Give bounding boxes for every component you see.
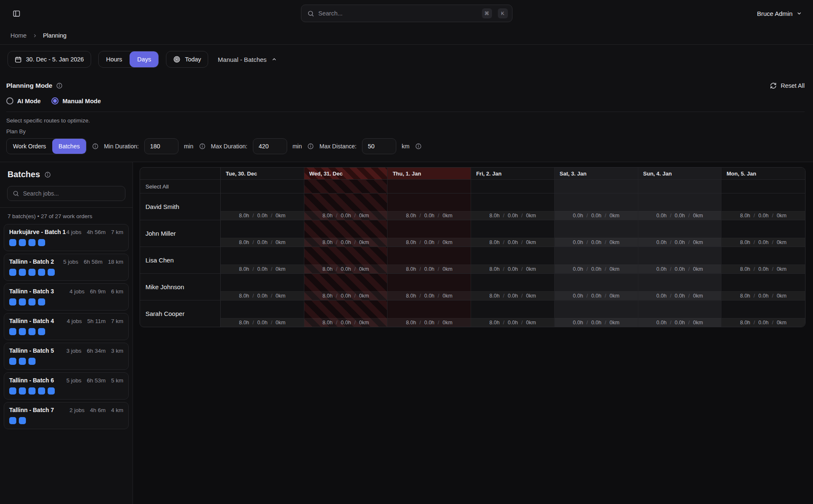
schedule-cell[interactable]: 8.0h/0.0h/0km (387, 193, 471, 220)
select-all-day-cell[interactable] (721, 180, 805, 193)
job-chip[interactable] (38, 328, 45, 335)
today-button[interactable]: Today (166, 51, 208, 68)
select-all-day-cell[interactable] (638, 180, 722, 193)
schedule-cell[interactable]: 8.0h/0.0h/0km (304, 300, 388, 327)
schedule-cell[interactable]: 0.0h/0.0h/0km (638, 300, 722, 327)
info-icon (44, 171, 51, 178)
job-chip[interactable] (38, 239, 45, 246)
max-distance-input[interactable] (362, 138, 396, 154)
schedule-cell[interactable]: 8.0h/0.0h/0km (471, 220, 555, 247)
resource-name: Sarah Cooper (140, 300, 221, 327)
batch-card[interactable]: Tallinn - Batch 2 5 jobs 6h 58m 18 km (4, 254, 129, 281)
schedule-cell[interactable]: 8.0h/0.0h/0km (221, 247, 304, 273)
capacity-stats: 0.0h/0.0h/0km (638, 238, 721, 247)
job-chip[interactable] (19, 417, 26, 424)
schedule-cell[interactable]: 8.0h/0.0h/0km (221, 193, 304, 220)
schedule-cell[interactable]: 8.0h/0.0h/0km (721, 193, 805, 220)
job-chip[interactable] (28, 269, 36, 276)
job-chip[interactable] (19, 387, 26, 395)
schedule-cell[interactable]: 8.0h/0.0h/0km (387, 300, 471, 327)
schedule-cell[interactable]: 8.0h/0.0h/0km (221, 274, 304, 300)
schedule-cell[interactable]: 8.0h/0.0h/0km (471, 247, 555, 273)
radio-manual-mode[interactable]: Manual Mode (51, 97, 101, 104)
schedule-cell[interactable]: 8.0h/0.0h/0km (304, 274, 388, 300)
schedule-cell[interactable]: 8.0h/0.0h/0km (221, 220, 304, 247)
schedule-cell[interactable]: 8.0h/0.0h/0km (721, 274, 805, 300)
batch-card[interactable]: Tallinn - Batch 4 4 jobs 5h 11m 7 km (4, 313, 129, 340)
schedule-cell[interactable]: 8.0h/0.0h/0km (387, 274, 471, 300)
schedule-cell[interactable]: 8.0h/0.0h/0km (721, 220, 805, 247)
batch-card[interactable]: Harkujärve - Batch 1 4 jobs 4h 56m 7 km (4, 224, 129, 251)
schedule-cell[interactable]: 8.0h/0.0h/0km (471, 300, 555, 327)
batch-card[interactable]: Tallinn - Batch 5 3 jobs 6h 34m 3 km (4, 343, 129, 370)
day-header-cell: Mon, 5. Jan (721, 168, 805, 179)
schedule-cell[interactable]: 0.0h/0.0h/0km (638, 274, 722, 300)
job-chip[interactable] (48, 387, 55, 395)
search-input[interactable] (319, 10, 476, 17)
batch-card[interactable]: Tallinn - Batch 7 2 jobs 4h 6m 4 km (4, 402, 129, 429)
select-all-day-cell[interactable] (555, 180, 638, 193)
schedule-cell[interactable]: 0.0h/0.0h/0km (555, 220, 638, 247)
schedule-cell[interactable]: 8.0h/0.0h/0km (304, 220, 388, 247)
hours-tab[interactable]: Hours (99, 51, 130, 67)
search-jobs-input[interactable] (23, 190, 120, 197)
job-chip[interactable] (19, 358, 26, 365)
date-range-button[interactable]: 30. Dec - 5. Jan 2026 (8, 51, 91, 68)
schedule-cell[interactable]: 0.0h/0.0h/0km (555, 274, 638, 300)
schedule-cell[interactable]: 0.0h/0.0h/0km (638, 247, 722, 273)
job-chip[interactable] (9, 239, 16, 246)
schedule-cell[interactable]: 8.0h/0.0h/0km (471, 274, 555, 300)
job-chip[interactable] (9, 417, 16, 424)
job-chip[interactable] (9, 387, 16, 395)
job-chip[interactable] (28, 298, 36, 305)
select-all-button[interactable]: Select All (140, 180, 221, 193)
job-chip[interactable] (38, 269, 45, 276)
schedule-cell[interactable]: 0.0h/0.0h/0km (555, 300, 638, 327)
schedule-cell[interactable]: 0.0h/0.0h/0km (638, 193, 722, 220)
reset-all-button[interactable]: Reset All (770, 82, 805, 89)
schedule-cell[interactable]: 8.0h/0.0h/0km (387, 220, 471, 247)
batch-card[interactable]: Tallinn - Batch 6 5 jobs 6h 53m 5 km (4, 372, 129, 400)
breadcrumb-home[interactable]: Home (10, 32, 27, 39)
job-chip[interactable] (28, 328, 36, 335)
max-duration-input[interactable] (253, 138, 287, 154)
days-tab[interactable]: Days (130, 51, 158, 67)
schedule-cell[interactable]: 8.0h/0.0h/0km (721, 300, 805, 327)
schedule-cell[interactable]: 8.0h/0.0h/0km (721, 247, 805, 273)
job-chip[interactable] (19, 239, 26, 246)
info-icon (56, 82, 63, 89)
radio-ai-mode[interactable]: AI Mode (6, 97, 41, 104)
sidebar-toggle-button[interactable] (11, 8, 22, 19)
schedule-cell[interactable]: 8.0h/0.0h/0km (221, 300, 304, 327)
job-chip[interactable] (38, 387, 45, 395)
job-chip[interactable] (9, 358, 16, 365)
planning-mode-select[interactable]: Manual - Batches (218, 56, 277, 63)
schedule-cell[interactable]: 8.0h/0.0h/0km (304, 247, 388, 273)
job-chip[interactable] (38, 298, 45, 305)
job-chip[interactable] (9, 298, 16, 305)
schedule-cell[interactable]: 8.0h/0.0h/0km (387, 247, 471, 273)
schedule-cell[interactable]: 8.0h/0.0h/0km (471, 193, 555, 220)
job-chip[interactable] (28, 387, 36, 395)
batches-tab[interactable]: Batches (52, 139, 86, 154)
select-all-day-cell[interactable] (387, 180, 471, 193)
select-all-day-cell[interactable] (471, 180, 555, 193)
job-chip[interactable] (19, 269, 26, 276)
min-duration-input[interactable] (144, 138, 178, 154)
job-chip[interactable] (9, 269, 16, 276)
schedule-cell[interactable]: 0.0h/0.0h/0km (555, 247, 638, 273)
job-chip[interactable] (19, 298, 26, 305)
user-menu[interactable]: Bruce Admin (757, 10, 802, 17)
schedule-cell[interactable]: 0.0h/0.0h/0km (638, 220, 722, 247)
job-chip[interactable] (48, 269, 55, 276)
select-all-day-cell[interactable] (221, 180, 304, 193)
job-chip[interactable] (9, 328, 16, 335)
select-all-day-cell[interactable] (304, 180, 388, 193)
job-chip[interactable] (28, 239, 36, 246)
batch-card[interactable]: Tallinn - Batch 3 4 jobs 6h 9m 6 km (4, 283, 129, 311)
job-chip[interactable] (19, 328, 26, 335)
schedule-cell[interactable]: 8.0h/0.0h/0km (304, 193, 388, 220)
schedule-cell[interactable]: 0.0h/0.0h/0km (555, 193, 638, 220)
job-chip[interactable] (28, 358, 36, 365)
work-orders-tab[interactable]: Work Orders (7, 139, 52, 154)
